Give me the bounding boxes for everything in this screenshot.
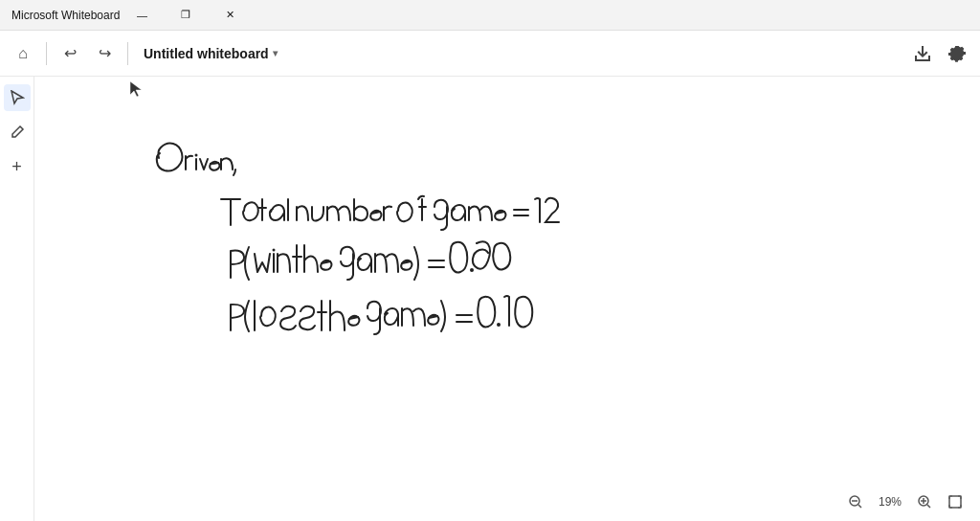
- whiteboard-canvas: [34, 77, 980, 521]
- select-icon: [10, 90, 25, 105]
- zoom-in-button[interactable]: [911, 488, 938, 515]
- select-tool[interactable]: [4, 84, 31, 111]
- zoom-level: 19%: [873, 495, 907, 509]
- pen-icon: [10, 125, 25, 140]
- undo-button[interactable]: ↩: [55, 38, 85, 69]
- svg-point-0: [195, 154, 198, 157]
- svg-line-10: [927, 505, 930, 508]
- settings-icon: [948, 45, 966, 62]
- toolbar-right: [907, 38, 972, 69]
- svg-rect-11: [949, 496, 961, 508]
- minimize-button[interactable]: —: [120, 0, 164, 31]
- restore-button[interactable]: ❐: [164, 0, 208, 31]
- redo-button[interactable]: ↪: [89, 38, 120, 69]
- fit-to-screen-button[interactable]: [942, 488, 969, 515]
- app-title: Microsoft Whiteboard: [11, 9, 120, 22]
- canvas-area[interactable]: [34, 77, 980, 521]
- main-toolbar: ⌂ ↩ ↪ Untitled whiteboard ▾: [0, 31, 980, 77]
- share-icon: [914, 45, 931, 62]
- svg-line-6: [858, 505, 861, 508]
- zoom-in-icon: [918, 495, 931, 509]
- svg-point-1: [273, 249, 276, 252]
- bottom-zoom-bar: 19%: [789, 483, 980, 521]
- left-sidebar: +: [0, 77, 34, 521]
- title-dropdown-icon: ▾: [273, 48, 278, 58]
- pen-tool[interactable]: [4, 119, 31, 146]
- svg-point-2: [470, 268, 474, 272]
- zoom-out-icon: [849, 495, 862, 509]
- titlebar: Microsoft Whiteboard — ❐ ✕: [0, 0, 980, 31]
- whiteboard-title-text: Untitled whiteboard: [144, 46, 269, 61]
- home-button[interactable]: ⌂: [8, 38, 38, 69]
- close-button[interactable]: ✕: [208, 0, 252, 31]
- share-button[interactable]: [907, 38, 938, 69]
- settings-button[interactable]: [942, 38, 972, 69]
- titlebar-controls: — ❐ ✕: [120, 0, 252, 31]
- fit-screen-icon: [948, 495, 962, 509]
- svg-point-3: [497, 323, 501, 327]
- toolbar-divider2: [127, 42, 128, 65]
- zoom-out-button[interactable]: [842, 488, 869, 515]
- add-tool[interactable]: +: [4, 153, 31, 180]
- toolbar-divider: [46, 42, 47, 65]
- whiteboard-title-button[interactable]: Untitled whiteboard ▾: [136, 42, 285, 65]
